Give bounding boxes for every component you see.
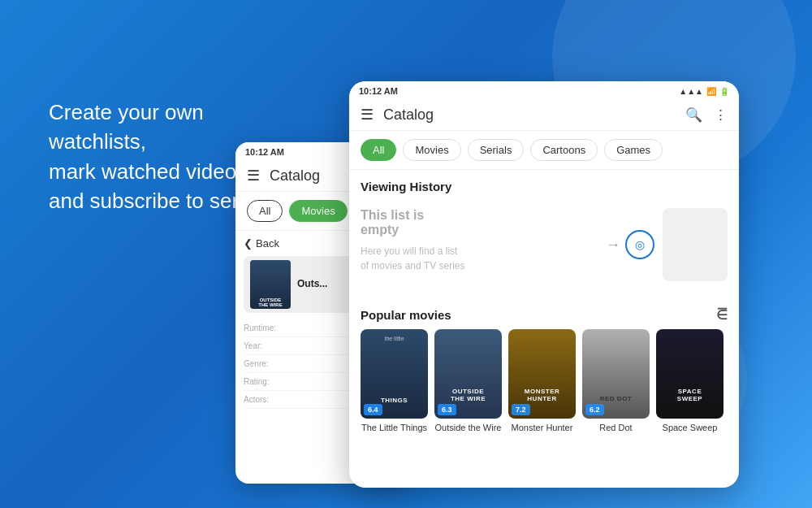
runtime-label: Runtime: [244,323,276,332]
movie-card-4[interactable]: SPACESWEEP Space Sweep [656,329,723,432]
chevron-left-icon: ❮ [244,237,253,250]
genre-label: Genre: [244,359,269,368]
year-label: Year: [244,341,262,350]
back-tab-all[interactable]: All [247,200,283,222]
movie-title-4: Space Sweep [656,423,723,432]
movie-title-2: Monster Hunter [508,423,576,432]
movie-poster-0: the little things 6.4 [361,329,428,419]
play-circle-icon[interactable]: ◎ [625,230,654,259]
arrow-right-icon: → [606,237,620,254]
front-status-time: 10:12 AM [359,86,398,96]
front-header-icons: 🔍 ⋮ [685,106,728,124]
front-wifi-icon: 📶 [706,87,716,96]
front-status-icons: ▲▲▲ 📶 🔋 [679,87,729,96]
back-label: Back [256,237,279,250]
movie-poster-2: MONSTERHUNTER 7.2 [508,329,576,419]
front-header-title: Catalog [383,106,685,124]
rating-badge-2: 7.2 [512,404,530,415]
movie-title-3: Red Dot [582,423,650,432]
back-menu-icon[interactable]: ☰ [247,167,260,185]
movie-card-1[interactable]: OUTSIDETHE WIRE 6.3 Outside the Wire [434,329,502,432]
empty-thumbnail [663,208,728,281]
front-tab-games[interactable]: Games [604,139,663,161]
poster-main-1: OUTSIDETHE WIRE [434,388,502,402]
popular-movies-title: Popular movies [361,308,451,322]
movies-grid: the little things 6.4 The Little Things … [361,329,728,432]
front-tab-movies[interactable]: Movies [403,139,460,161]
front-menu-icon[interactable]: ☰ [361,106,374,124]
movie-title-0: The Little Things [361,423,428,432]
front-filter-tabs: All Movies Serials Cartoons Games [349,131,739,170]
front-screen: 10:12 AM ▲▲▲ 📶 🔋 ☰ Catalog 🔍 ⋮ All Movie… [349,81,739,488]
more-icon[interactable]: ⋮ [714,106,728,124]
poster-top-0: the little [361,336,428,341]
movie-card-2[interactable]: MONSTERHUNTER 7.2 Monster Hunter [508,329,576,432]
front-tab-cartoons[interactable]: Cartoons [530,139,598,161]
back-movie-title: Outs... [297,278,327,289]
movie-poster-3: RED DOT 6.2 [582,329,650,419]
popular-movies-header: Popular movies ⋶ [349,297,739,329]
front-signal-icon: ▲▲▲ [679,87,703,96]
back-status-time: 10:12 AM [245,147,284,157]
back-button[interactable]: ❮ Back [244,237,279,250]
movie-poster-1: OUTSIDETHE WIRE 6.3 [434,329,502,419]
back-movie-poster: OUTSIDETHE WIRE [250,260,291,309]
movie-card-0[interactable]: the little things 6.4 The Little Things [361,329,428,432]
front-tab-all[interactable]: All [361,139,396,161]
actors-label: Actors: [244,395,269,404]
viewing-history-empty: This list isempty Here you will find a l… [349,200,739,297]
rating-badge-0: 6.4 [364,404,382,415]
poster-main-2: MONSTERHUNTER [508,388,576,402]
poster-main-4: SPACESWEEP [656,388,723,402]
front-app-header: ☰ Catalog 🔍 ⋮ [349,99,739,131]
poster-main-3: RED DOT [582,395,650,402]
rating-badge-1: 6.3 [438,404,456,415]
front-battery-icon: 🔋 [719,87,729,96]
back-tab-movies[interactable]: Movies [289,200,347,222]
popular-movies-section: the little things 6.4 The Little Things … [349,329,739,432]
empty-text-area: This list isempty Here you will find a l… [361,208,598,281]
back-movie-info: Outs... [297,278,327,291]
empty-arrow-area: → ◎ [606,208,654,281]
rating-badge-3: 6.2 [585,404,604,415]
front-tab-serials[interactable]: Serials [468,139,525,161]
front-status-bar: 10:12 AM ▲▲▲ 📶 🔋 [349,81,739,99]
viewing-history-header: Viewing History [349,170,739,200]
grid-view-icon[interactable]: ⋶ [716,307,728,323]
poster-main-0: things [361,397,428,404]
search-icon[interactable]: 🔍 [685,106,702,124]
rating-label: Rating: [244,377,270,386]
empty-desc: Here you will find a listof movies and T… [361,244,598,273]
movie-card-3[interactable]: RED DOT 6.2 Red Dot [582,329,650,432]
movie-poster-4: SPACESWEEP [656,329,723,419]
viewing-history-title: Viewing History [361,180,451,193]
empty-title: This list isempty [361,208,598,237]
movie-title-1: Outside the Wire [434,423,502,432]
